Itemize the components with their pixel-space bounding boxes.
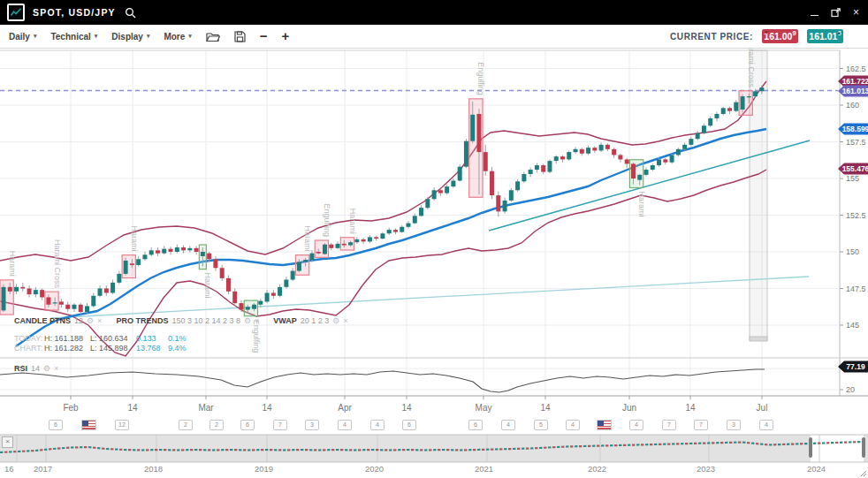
minimize-button[interactable]	[811, 15, 819, 17]
candle-body[interactable]	[65, 305, 70, 309]
candle-body[interactable]	[419, 208, 423, 216]
candle-body[interactable]	[232, 292, 237, 303]
navigator-left-handle[interactable]	[809, 437, 812, 458]
candle-body[interactable]	[368, 237, 372, 241]
candle-body[interactable]	[201, 252, 205, 256]
navigator-close-button[interactable]: ×	[2, 436, 13, 448]
candle-body[interactable]	[72, 305, 76, 309]
candle-body[interactable]	[59, 301, 64, 304]
candle-body[interactable]	[323, 245, 327, 254]
candle-body[interactable]	[374, 237, 378, 239]
candle-body[interactable]	[104, 289, 109, 293]
economic-event-icon[interactable]: 4	[759, 420, 773, 430]
economic-event-icon[interactable]: 7	[662, 420, 676, 430]
candle-body[interactable]	[284, 280, 288, 287]
candle-body[interactable]	[258, 301, 263, 305]
economic-event-icon[interactable]: 6	[49, 420, 63, 430]
candle-body[interactable]	[2, 287, 6, 311]
candle-body[interactable]	[644, 170, 649, 175]
economic-event-icon[interactable]: 3	[305, 420, 319, 430]
candle-body[interactable]	[580, 149, 584, 154]
search-icon[interactable]	[125, 7, 136, 19]
candle-body[interactable]	[425, 199, 430, 208]
candle-body[interactable]	[20, 287, 25, 289]
candle-body[interactable]	[747, 96, 751, 97]
candle-body[interactable]	[187, 248, 192, 250]
candle-body[interactable]	[291, 271, 295, 280]
legend-rsi[interactable]: RSI 14 ⚙ ×	[14, 364, 58, 373]
close-icon[interactable]: ×	[54, 364, 58, 373]
candle-body[interactable]	[162, 249, 166, 254]
candle-body[interactable]	[476, 114, 481, 152]
economic-event-icon[interactable]: 4	[501, 420, 515, 430]
candle-body[interactable]	[220, 268, 225, 278]
candle-body[interactable]	[522, 174, 526, 181]
us-flag-icon[interactable]	[81, 420, 96, 430]
popout-button[interactable]	[831, 8, 841, 18]
close-icon[interactable]: ×	[343, 316, 347, 325]
selection-box-handle[interactable]	[750, 337, 767, 341]
candle-body[interactable]	[618, 155, 622, 159]
candle-body[interactable]	[362, 239, 366, 241]
economic-event-icon[interactable]: 4	[370, 420, 385, 430]
candle-body[interactable]	[574, 149, 578, 152]
resize-grip-icon[interactable]	[858, 468, 867, 477]
candle-body[interactable]	[496, 195, 500, 211]
candle-body[interactable]	[348, 242, 353, 245]
candle-body[interactable]	[631, 163, 636, 178]
candle-body[interactable]	[592, 148, 597, 150]
candle-body[interactable]	[40, 290, 44, 297]
economic-event-icon[interactable]: 4	[338, 420, 352, 430]
candle-body[interactable]	[445, 186, 449, 193]
economic-event-icon[interactable]: 4	[629, 420, 643, 430]
economic-event-icon[interactable]: 2	[209, 420, 224, 430]
candle-body[interactable]	[721, 108, 726, 114]
zoom-in-button[interactable]: +	[282, 30, 290, 42]
candle-body[interactable]	[194, 248, 199, 252]
economic-event-icon[interactable]: 4	[566, 420, 580, 430]
candle-body[interactable]	[169, 249, 173, 252]
close-icon[interactable]: ×	[255, 316, 259, 325]
candle-body[interactable]	[316, 252, 321, 254]
navigator-right-handle[interactable]	[862, 437, 865, 458]
candle-body[interactable]	[14, 287, 19, 292]
candle-body[interactable]	[79, 305, 83, 312]
candle-body[interactable]	[130, 263, 134, 265]
candle-body[interactable]	[136, 259, 141, 265]
candle-body[interactable]	[85, 306, 89, 312]
candle-body[interactable]	[451, 180, 455, 186]
economic-event-icon[interactable]: 7	[273, 420, 287, 430]
candle-body[interactable]	[586, 148, 590, 154]
candle-body[interactable]	[413, 216, 417, 223]
save-icon[interactable]	[234, 31, 246, 42]
candle-body[interactable]	[278, 287, 282, 296]
economic-event-icon[interactable]: 6	[468, 420, 483, 430]
gear-icon[interactable]: ⚙	[87, 316, 94, 325]
legend-pro-trends[interactable]: PRO TRENDS 150 3 10 2 14 2 3 8 ⚙ ×	[116, 316, 259, 325]
candle-body[interactable]	[336, 244, 340, 248]
candle-body[interactable]	[124, 261, 128, 274]
candle-body[interactable]	[142, 254, 147, 259]
candle-body[interactable]	[46, 297, 50, 304]
navigator-selection[interactable]	[811, 435, 864, 462]
candle-body[interactable]	[676, 149, 681, 156]
candle-body[interactable]	[689, 139, 693, 145]
candle-body[interactable]	[490, 171, 494, 195]
zoom-out-button[interactable]: −	[260, 30, 268, 42]
candle-body[interactable]	[458, 167, 462, 181]
candle-body[interactable]	[560, 156, 565, 159]
candle-body[interactable]	[509, 190, 514, 201]
candle-body[interactable]	[252, 305, 256, 309]
candle-body[interactable]	[535, 165, 539, 170]
candle-body[interactable]	[400, 227, 404, 232]
candle-body[interactable]	[354, 239, 359, 242]
candle-body[interactable]	[483, 152, 488, 171]
candle-body[interactable]	[612, 149, 616, 156]
candle-body[interactable]	[547, 161, 552, 171]
candle-body[interactable]	[529, 170, 533, 174]
economic-event-icon[interactable]: 6	[240, 420, 255, 430]
candle-body[interactable]	[34, 290, 38, 294]
candle-body[interactable]	[407, 224, 411, 227]
economic-event-icon[interactable]: 12	[115, 420, 129, 430]
candle-body[interactable]	[438, 190, 443, 193]
